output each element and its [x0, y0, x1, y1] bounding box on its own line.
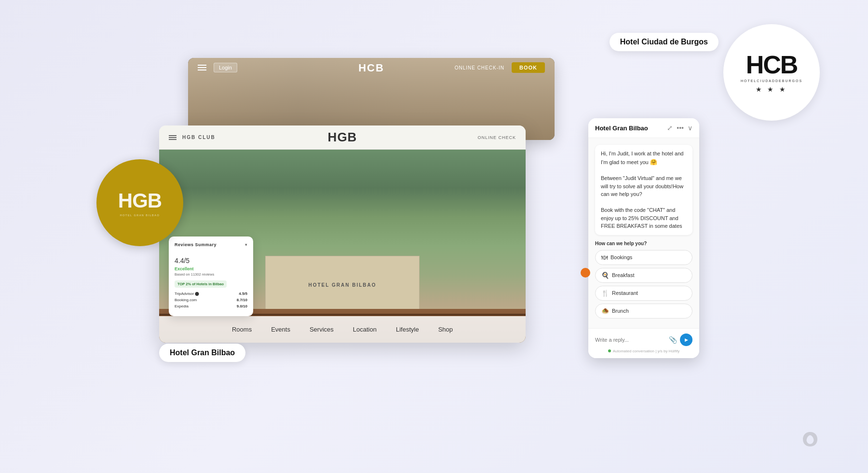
chat-header: Hotel Gran Bilbao ⤢ ••• ∨: [588, 118, 699, 138]
expedia-score: 9.0/10: [237, 304, 247, 308]
hcb-stars: ★ ★ ★: [756, 85, 788, 93]
hgb-bottom-nav: Rooms Events Services Location Lifestyle…: [159, 316, 526, 343]
hcb-logo-text: HCB: [746, 52, 798, 77]
how-can-help-text: How can we help you?: [595, 241, 692, 246]
tripadvisor-score: 4.5/5: [239, 292, 247, 296]
booking-row: Booking.com 8.7/10: [175, 298, 247, 302]
chat-more-icon[interactable]: •••: [677, 124, 684, 132]
hcb-nav-right: ONLINE CHECK-IN BOOK: [455, 62, 545, 73]
chat-reply-input[interactable]: [595, 337, 665, 343]
expedia-row: Expedia 9.0/10: [175, 304, 247, 308]
reviews-summary-card: Reviews Summary ▾ 4.4/5 Excellent Based …: [169, 236, 253, 316]
breakfast-emoji: 🍳: [601, 272, 609, 279]
chat-input-area: 📎: [595, 334, 692, 346]
chat-widget: Hotel Gran Bilbao ⤢ ••• ∨ Hi, I'm Judit,…: [588, 118, 699, 358]
hcb-center-logo: HCB: [358, 62, 384, 74]
hgb-logo-subtitle: HOTEL GRAN BILBAO: [120, 214, 160, 217]
hcb-online-checkin[interactable]: ONLINE CHECK-IN: [455, 65, 504, 70]
brand-dot: [608, 349, 611, 352]
hgb-center-logo: HGB: [328, 130, 357, 145]
chat-expand-icon[interactable]: ⤢: [667, 124, 673, 132]
reviews-based-on: Based on 11302 reviews: [175, 272, 247, 277]
booking-score: 8.7/10: [237, 298, 247, 302]
booking-label: Booking.com: [175, 298, 197, 302]
hcb-subtitle: HOTELCIUDADDEBURGOS: [741, 79, 802, 83]
hgb-online-check: ONLINE CHECK: [477, 135, 516, 140]
chat-message-1: Hi, I'm Judit, I work at the hotel and I…: [595, 145, 692, 235]
reviews-header: Reviews Summary ▾: [175, 242, 247, 247]
nav-rooms[interactable]: Rooms: [232, 326, 252, 333]
hgb-nav-left: HGB CLUB: [169, 134, 216, 141]
chat-status-dot: [581, 268, 590, 278]
nav-lifestyle[interactable]: Lifestyle: [396, 326, 419, 333]
hgb-hamburger-icon[interactable]: [169, 134, 176, 141]
reviews-dropdown-icon[interactable]: ▾: [245, 242, 247, 247]
hcb-login-button[interactable]: Login: [214, 63, 237, 72]
brunch-emoji: 🧆: [601, 307, 609, 315]
chat-body: Hi, I'm Judit, I work at the hotel and I…: [588, 138, 699, 328]
chat-option-restaurant[interactable]: 🍴 Restaurant: [595, 286, 692, 301]
reviews-title: Reviews Summary: [175, 242, 217, 247]
chat-footer: 📎 Automated conversation | y/s by HüIfif…: [588, 328, 699, 358]
nav-location[interactable]: Location: [353, 326, 377, 333]
burgos-hotel-label: Hotel Ciudad de Burgos: [610, 33, 719, 51]
chat-minimize-icon[interactable]: ∨: [688, 124, 692, 132]
chat-option-breakfast[interactable]: 🍳 Breakfast: [595, 268, 692, 283]
bilbao-hotel-label: Hotel Gran Bilbao: [159, 344, 245, 362]
hgb-club-label: HGB CLUB: [182, 135, 216, 140]
chat-title: Hotel Gran Bilbao: [595, 125, 648, 132]
tripadvisor-label: TripAdvisor ⬤: [175, 292, 199, 296]
reviews-score: 4.4/5: [175, 251, 247, 266]
chat-option-bookings[interactable]: 🍽 Bookings: [595, 250, 692, 265]
chat-option-brunch[interactable]: 🧆 Brunch: [595, 304, 692, 319]
reviews-rating-label: Excellent: [175, 266, 247, 271]
send-button[interactable]: [680, 334, 692, 346]
greeting-emoji: 🤗: [649, 159, 657, 166]
hcb-nav-left: Login: [198, 63, 237, 72]
hcb-book-button[interactable]: BOOK: [512, 62, 545, 73]
chat-input-icons: 📎: [669, 334, 692, 346]
hcb-logo-circle: HCB HOTELCIUDADDEBURGOS ★ ★ ★: [723, 24, 820, 121]
hcb-hamburger-icon[interactable]: [198, 65, 206, 70]
chat-brand-footer: Automated conversation | y/s by HüIfify: [595, 349, 692, 353]
watermark-logo: [800, 430, 820, 449]
nav-services[interactable]: Services: [310, 326, 334, 333]
restaurant-emoji: 🍴: [601, 290, 609, 297]
chat-header-icons: ⤢ ••• ∨: [667, 124, 692, 132]
nav-events[interactable]: Events: [271, 326, 290, 333]
expedia-label: Expedia: [175, 304, 189, 308]
hgb-logo-text: HGB: [118, 189, 162, 212]
hgb-nav: HGB CLUB HGB ONLINE CHECK: [159, 125, 526, 150]
tripadvisor-row: TripAdvisor ⬤ 4.5/5: [175, 292, 247, 296]
nav-shop[interactable]: Shop: [438, 326, 453, 333]
bookings-emoji: 🍽: [601, 254, 608, 261]
attach-icon[interactable]: 📎: [669, 336, 677, 344]
hgb-logo-circle: HGB HOTEL GRAN BILBAO: [96, 159, 183, 246]
reviews-top-badge: TOP 2% of Hotels in Bilbao: [175, 280, 227, 288]
hcb-nav: Login HCB ONLINE CHECK-IN BOOK: [188, 58, 555, 77]
hotel-building: [265, 256, 420, 314]
